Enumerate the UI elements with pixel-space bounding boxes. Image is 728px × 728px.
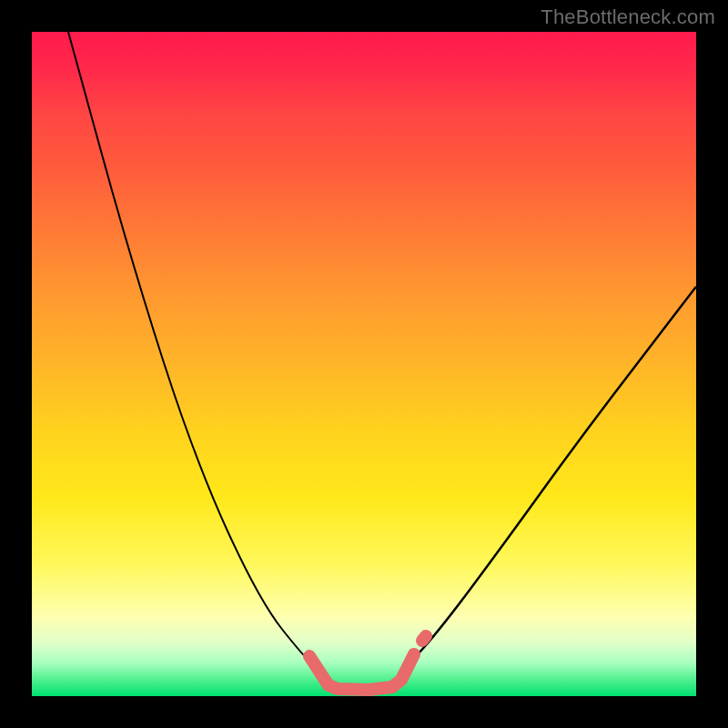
right-curve	[403, 287, 696, 671]
trough-dot	[422, 636, 426, 641]
chart-frame: TheBottleneck.com	[0, 0, 728, 728]
watermark-text: TheBottleneck.com	[541, 5, 715, 29]
left-curve	[68, 32, 323, 673]
plot-area	[32, 32, 696, 696]
curves-layer	[32, 32, 696, 696]
trough-link	[309, 654, 414, 690]
